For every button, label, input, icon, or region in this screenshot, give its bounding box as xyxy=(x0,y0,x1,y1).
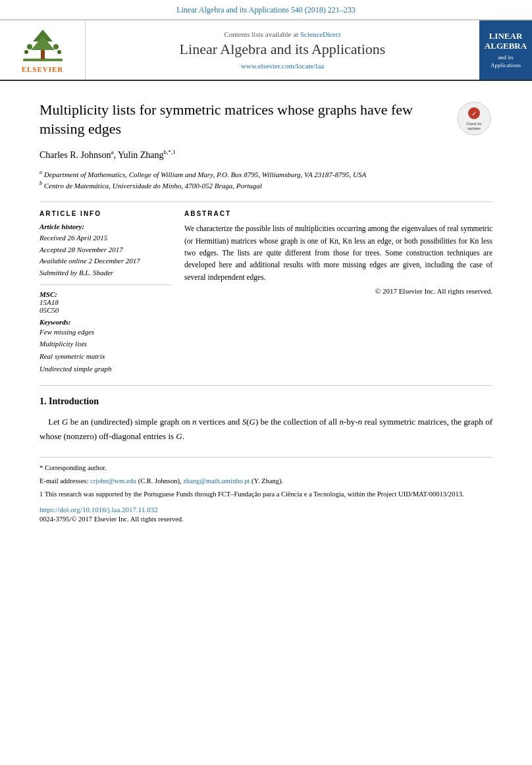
abstract-col: ABSTRACT We characterize the possible li… xyxy=(184,210,492,375)
badge-icon: ✓ Check for updates xyxy=(456,101,492,137)
journal-header: ELSEVIER Contents lists available at Sci… xyxy=(0,20,532,81)
svg-point-6 xyxy=(24,50,28,54)
keyword-4: Undirected simple graph xyxy=(40,363,171,375)
svg-point-5 xyxy=(53,44,59,49)
footnote1-text: 1 This research was supported by the Por… xyxy=(40,489,492,500)
journal-title-header: Linear Algebra and its Applications xyxy=(180,41,386,58)
article-title-area: Multiplicity lists for symmetric matrice… xyxy=(40,101,492,138)
section-divider xyxy=(40,385,492,386)
abstract-text: We characterize the possible lists of mu… xyxy=(184,223,492,283)
header-right-block: LINEAR ALGEBRA and itsApplications xyxy=(479,20,532,80)
affiliations: a Department of Mathematics, College of … xyxy=(40,169,492,191)
abstract-header: ABSTRACT xyxy=(184,210,492,217)
article-title: Multiplicity lists for symmetric matrice… xyxy=(40,101,492,138)
sciencedirect-link[interactable]: ScienceDirect xyxy=(300,30,341,38)
article-history-label: Article history: xyxy=(40,223,171,230)
corresponding-author-note: * Corresponding author. xyxy=(40,463,492,474)
copyright-text: © 2017 Elsevier Inc. All rights reserved… xyxy=(184,287,492,295)
contents-line: Contents lists available at ScienceDirec… xyxy=(224,30,340,38)
article-info-col: ARTICLE INFO Article history: Received 2… xyxy=(40,210,171,375)
svg-text:updates: updates xyxy=(467,126,481,130)
received-date: Received 26 April 2015 xyxy=(40,232,171,244)
svg-marker-3 xyxy=(31,36,55,50)
author1-name: Charles R. Johnson xyxy=(40,150,111,160)
msc-code-1: 15A18 xyxy=(40,298,171,306)
svg-point-4 xyxy=(27,44,32,49)
section1-title: 1. Introduction xyxy=(40,396,492,407)
keyword-3: Real symmetric matrix xyxy=(40,350,171,363)
journal-reference: Linear Algebra and its Applications 540 … xyxy=(0,0,532,20)
author2-affil-sup: b,*,1 xyxy=(164,149,176,155)
doi-link[interactable]: https://doi.org/10.1016/j.laa.2017.11.03… xyxy=(40,506,492,514)
svg-point-7 xyxy=(57,50,61,54)
elsevier-tree-icon xyxy=(16,27,69,63)
article-info-header: ARTICLE INFO xyxy=(40,210,171,217)
keyword-1: Few missing edges xyxy=(40,326,171,338)
elsevier-logo-area: ELSEVIER xyxy=(0,20,86,80)
keywords-label: Keywords: xyxy=(40,318,171,326)
submitted-by: Submitted by B.L. Shader xyxy=(40,267,171,279)
svg-rect-1 xyxy=(41,50,45,59)
author2-name: Yulin Zhang xyxy=(118,150,164,160)
svg-text:✓: ✓ xyxy=(471,110,477,117)
section1-text: Let G be an (undirected) simple graph on… xyxy=(40,415,492,444)
article-info-abstract-section: ARTICLE INFO Article history: Received 2… xyxy=(40,201,492,375)
header-middle: Contents lists available at ScienceDirec… xyxy=(86,20,479,80)
author1-affil-sup: a xyxy=(111,149,114,155)
available-date: Available online 2 December 2017 xyxy=(40,255,171,267)
msc-code-2: 05C50 xyxy=(40,306,171,314)
journal-url: www.elsevier.com/locate/laa xyxy=(241,62,324,70)
header-right-subtitle: and itsApplications xyxy=(491,54,521,69)
elsevier-label: ELSEVIER xyxy=(22,65,64,73)
email2-link[interactable]: zhang@math.uminho.pt xyxy=(183,477,250,485)
accepted-date: Accepted 28 November 2017 xyxy=(40,244,171,256)
info-divider xyxy=(40,284,171,285)
issn-line: 0024-3795/© 2017 Elsevier Inc. All right… xyxy=(40,515,492,523)
main-content: Multiplicity lists for symmetric matrice… xyxy=(0,81,532,536)
check-for-updates-badge: ✓ Check for updates xyxy=(456,101,492,137)
msc-label: MSC: xyxy=(40,290,171,298)
svg-text:Check for: Check for xyxy=(466,122,482,126)
email-line: E-mail addresses: crjohn@wm.edu (C.R. Jo… xyxy=(40,476,492,487)
keyword-2: Multiplicity lists xyxy=(40,338,171,350)
authors-line: Charles R. Johnsona, Yulin Zhangb,*,1 xyxy=(40,149,492,161)
email1-link[interactable]: crjohn@wm.edu xyxy=(90,477,136,485)
header-right-title: LINEAR ALGEBRA xyxy=(485,31,527,51)
footnote-area: * Corresponding author. E-mail addresses… xyxy=(40,457,492,500)
